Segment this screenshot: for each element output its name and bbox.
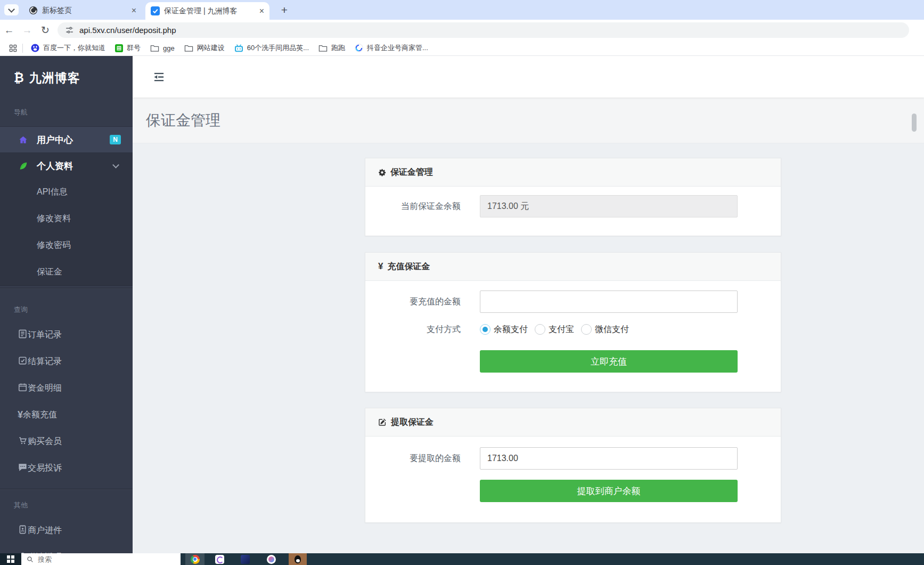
bookmark-folder-website[interactable]: 网站建设 <box>179 42 230 54</box>
yen-icon: ¥ <box>378 261 383 272</box>
bookmark-group-number[interactable]: 群号 <box>110 42 145 54</box>
bookmark-folder-paopao[interactable]: 跑跑 <box>314 42 350 54</box>
bookmark-bilibili[interactable]: 60个洗手间用品英... <box>230 42 314 54</box>
journal-icon <box>18 329 28 341</box>
main-area: 保证金管理 保证金管理 当前保证金余额 <box>133 56 924 553</box>
sidebar-toggle-icon[interactable] <box>152 70 166 83</box>
close-icon[interactable]: × <box>259 7 264 15</box>
sidebar-item-merchant-onboarding[interactable]: 商户进件 <box>0 517 133 544</box>
sidebar-item-label: 交易投诉 <box>28 463 62 474</box>
close-icon[interactable]: × <box>132 6 136 15</box>
bookmark-label: 跑跑 <box>331 43 345 53</box>
tab-search-button[interactable] <box>4 4 19 15</box>
card-recharge-deposit: ¥ 充值保证金 要充值的金额 支付方式 余额支付 <box>365 252 781 392</box>
calendar-icon <box>18 382 28 394</box>
cart-icon <box>18 435 28 448</box>
page-title-band: 保证金管理 <box>133 98 924 143</box>
reload-button[interactable]: ↻ <box>36 24 54 36</box>
sidebar-item-trade-complaints[interactable]: 交易投诉 <box>0 455 133 481</box>
apps-grid-icon[interactable] <box>6 42 19 54</box>
url-text: api.5xv.cn/user/deposit.php <box>79 26 176 35</box>
taskbar <box>0 553 924 565</box>
card-title: 保证金管理 <box>390 167 433 178</box>
sidebar-item-change-password[interactable]: 修改密码 <box>0 232 133 259</box>
card-header: 保证金管理 <box>365 158 781 187</box>
sidebar-item-label: 个人资料 <box>37 160 73 172</box>
chevron-down-icon <box>112 162 119 168</box>
bookmark-baidu[interactable]: 百度一下，你就知道 <box>26 42 110 54</box>
radio-icon <box>581 324 592 335</box>
sidebar-section-query: 查询 <box>0 302 133 317</box>
withdraw-amount-input[interactable] <box>480 447 738 470</box>
radio-wechat-pay[interactable]: 微信支付 <box>581 324 629 335</box>
sidebar-item-label: 购买会员 <box>28 436 62 447</box>
back-button[interactable]: ← <box>0 25 18 36</box>
browser-tab-active[interactable]: 保证金管理 | 九洲博客 × <box>145 2 269 20</box>
start-button[interactable] <box>0 553 21 565</box>
sidebar-item-invite-cashback[interactable]: 邀请返现 <box>0 544 133 553</box>
taskbar-qq-button[interactable] <box>289 553 307 565</box>
app-logo[interactable]: ₿ 九洲博客 <box>0 56 133 100</box>
url-bar[interactable]: api.5xv.cn/user/deposit.php <box>58 22 909 38</box>
sidebar-item-order-records[interactable]: 订单记录 <box>0 321 133 348</box>
card-header: 提取保证金 <box>365 408 781 437</box>
sidebar: ₿ 九洲博客 导航 用户中心 N 个人资料 API信息 修改资料 修改密码 保证… <box>0 56 133 553</box>
withdraw-button[interactable]: 提取到商户余额 <box>480 480 738 502</box>
tab-title: 新标签页 <box>42 6 127 15</box>
sidebar-item-fund-details[interactable]: 资金明细 <box>0 375 133 401</box>
radio-label: 余额支付 <box>494 324 528 335</box>
bookmark-label: 百度一下，你就知道 <box>43 43 105 53</box>
sidebar-section-other: 其他 <box>0 498 133 513</box>
taskbar-app-button[interactable] <box>265 553 277 565</box>
new-tab-button[interactable]: + <box>278 4 291 17</box>
navy-app-icon <box>241 555 250 564</box>
bookmarks-bar: 百度一下，你就知道 群号 gge 网站建设 60个洗手间用品英... <box>0 41 924 56</box>
radio-alipay[interactable]: 支付宝 <box>535 324 574 335</box>
sidebar-item-balance-recharge[interactable]: ¥ 余额充值 <box>0 401 133 428</box>
site-favicon <box>151 6 160 15</box>
taskbar-search[interactable] <box>21 553 181 565</box>
sidebar-group-profile: 个人资料 API信息 修改资料 修改密码 保证金 <box>0 153 133 286</box>
divider <box>0 489 133 489</box>
home-icon <box>18 134 28 145</box>
sidebar-item-label: 资金明细 <box>28 383 62 394</box>
taskbar-chrome-button[interactable] <box>185 553 205 565</box>
sidebar-item-settlement-records[interactable]: 结算记录 <box>0 348 133 375</box>
sidebar-item-edit-profile[interactable]: 修改资料 <box>0 205 133 232</box>
radio-balance-pay[interactable]: 余额支付 <box>480 324 528 335</box>
sidebar-item-user-center[interactable]: 用户中心 N <box>0 126 133 153</box>
sidebar-item-label: 修改资料 <box>37 213 71 224</box>
sidebar-item-api-info[interactable]: API信息 <box>0 179 133 205</box>
divider <box>0 288 133 288</box>
scrollbar-thumb[interactable] <box>912 114 917 132</box>
sidebar-item-profile[interactable]: 个人资料 <box>0 153 133 179</box>
forward-button[interactable]: → <box>18 25 36 36</box>
qq-icon <box>295 555 301 563</box>
radio-selected-icon <box>480 324 490 335</box>
folder-icon <box>318 44 328 52</box>
radio-label: 支付宝 <box>549 324 574 335</box>
card-header: ¥ 充值保证金 <box>365 253 781 281</box>
bookmark-folder-gge[interactable]: gge <box>145 42 179 54</box>
taskbar-search-input[interactable] <box>37 555 156 564</box>
app-topbar <box>133 56 924 98</box>
sidebar-item-label: 修改密码 <box>37 240 71 251</box>
bookmark-label: 60个洗手间用品英... <box>247 43 309 53</box>
app-logo-text: 九洲博客 <box>29 70 80 86</box>
bookmark-douyin[interactable]: 抖音企业号商家管... <box>350 42 433 54</box>
recharge-now-button[interactable]: 立即充值 <box>480 350 738 373</box>
gear-icon <box>378 168 386 176</box>
taskbar-app-button[interactable] <box>239 553 251 565</box>
douyin-icon <box>355 44 363 52</box>
browser-tab-newtab[interactable]: 新标签页 × <box>23 3 142 18</box>
folder-icon <box>184 44 193 52</box>
sidebar-item-buy-membership[interactable]: 购买会员 <box>0 428 133 455</box>
sidebar-item-label: API信息 <box>37 187 68 198</box>
site-settings-icon[interactable] <box>65 26 74 35</box>
balance-field <box>480 195 738 217</box>
recharge-amount-input[interactable] <box>480 290 738 313</box>
taskbar-app-button[interactable] <box>214 553 225 565</box>
bookmark-label: gge <box>163 44 175 52</box>
screen: 新标签页 × 保证金管理 | 九洲博客 × + ← → ↻ api.5xv.cn… <box>0 0 924 565</box>
sidebar-item-deposit[interactable]: 保证金 <box>0 259 133 285</box>
